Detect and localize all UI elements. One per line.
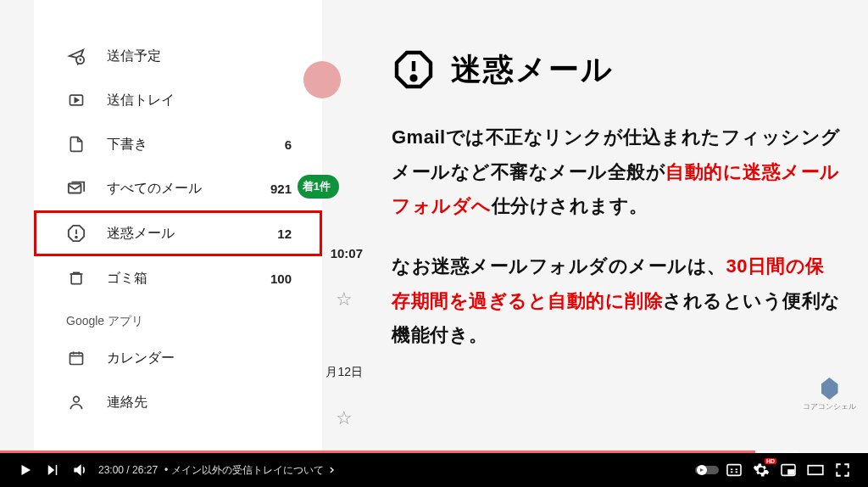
calendar-icon — [66, 348, 86, 368]
sidebar-item-label: 連絡先 — [107, 394, 307, 411]
sidebar-item-label: すべてのメール — [107, 180, 270, 198]
sidebar-item-label: 迷惑メール — [107, 225, 277, 243]
mail-date-peek: 月12日 — [326, 365, 363, 380]
trash-icon — [66, 268, 86, 288]
sidebar-item-count: 921 — [270, 182, 307, 196]
sidebar-item-contacts[interactable]: 連絡先 — [34, 380, 322, 424]
chapter-title[interactable]: • メイン以外の受信トレイについて — [164, 463, 336, 478]
svg-rect-12 — [788, 470, 793, 474]
time-display: 23:00 / 26:27 — [98, 464, 158, 476]
scheduled-icon — [66, 46, 86, 66]
explanation-panel: 迷惑メール Gmailでは不正なリンクが仕込まれたフィッシングメールなど不審なメ… — [322, 0, 868, 453]
svg-rect-13 — [808, 466, 823, 475]
star-icon: ☆ — [336, 288, 353, 311]
svg-rect-4 — [71, 274, 81, 284]
draft-icon — [66, 134, 86, 154]
sidebar-item-label: 下書き — [107, 136, 285, 154]
sidebar-item-label: ゴミ箱 — [107, 270, 270, 288]
fullscreen-button[interactable] — [829, 456, 856, 484]
sidebar-item-scheduled[interactable]: 送信予定 — [34, 34, 322, 78]
play-button[interactable] — [12, 456, 39, 484]
volume-button[interactable] — [66, 456, 93, 484]
miniplayer-button[interactable] — [775, 456, 802, 484]
sidebar-item-allmail[interactable]: すべてのメール 921 — [34, 166, 322, 210]
svg-point-7 — [412, 76, 416, 81]
brand-logo: コアコンシェル — [803, 378, 856, 412]
svg-rect-10 — [727, 465, 741, 476]
sidebar-item-trash[interactable]: ゴミ箱 100 — [34, 256, 322, 300]
sidebar-item-label: カレンダー — [107, 350, 307, 367]
sidebar-item-drafts[interactable]: 下書き 6 — [34, 122, 322, 166]
page-title: 迷惑メール — [451, 49, 614, 91]
captions-button[interactable] — [721, 456, 748, 484]
outbox-icon — [66, 90, 86, 110]
settings-button[interactable]: HD — [748, 456, 775, 484]
svg-rect-5 — [70, 353, 83, 364]
hd-badge: HD — [765, 458, 776, 464]
sidebar-item-count: 12 — [277, 227, 307, 241]
sidebar-item-outbox[interactable]: 送信トレイ — [34, 78, 322, 122]
sidebar-item-label: 送信トレイ — [107, 92, 292, 109]
sidebar-item-calendar[interactable]: カレンダー — [34, 336, 322, 380]
sidebar-section-label: Google アプリ — [34, 300, 322, 336]
star-icon: ☆ — [336, 407, 353, 429]
sidebar-item-spam[interactable]: 迷惑メール 12 — [34, 210, 322, 256]
contacts-icon — [66, 392, 86, 412]
spam-title-icon — [392, 48, 436, 92]
sidebar-item-count: 6 — [285, 137, 307, 152]
paragraph-2: なお迷惑メールフォルダのメールは、30日間の保存期間を過ぎると自動的に削除される… — [392, 249, 843, 353]
mail-time-peek: 10:07 — [331, 246, 363, 260]
sidebar-item-count: 100 — [270, 271, 307, 286]
spam-icon — [66, 223, 86, 244]
paragraph-1: Gmailでは不正なリンクが仕込まれたフィッシングメールなど不審なメール全般が自… — [392, 120, 843, 224]
sidebar-item-label: 送信予定 — [107, 48, 292, 65]
autoplay-toggle[interactable] — [693, 456, 721, 484]
svg-point-6 — [74, 396, 80, 402]
next-button[interactable] — [39, 456, 66, 484]
allmail-icon — [66, 178, 86, 199]
video-controls: 23:00 / 26:27 • メイン以外の受信トレイについて HD — [0, 453, 868, 487]
svg-point-3 — [75, 237, 77, 238]
theater-button[interactable] — [802, 456, 829, 484]
gmail-sidebar: 着1件 10:07 ☆ 月12日 ☆ 送信予定 送信トレイ 下書き 6 — [34, 0, 322, 453]
